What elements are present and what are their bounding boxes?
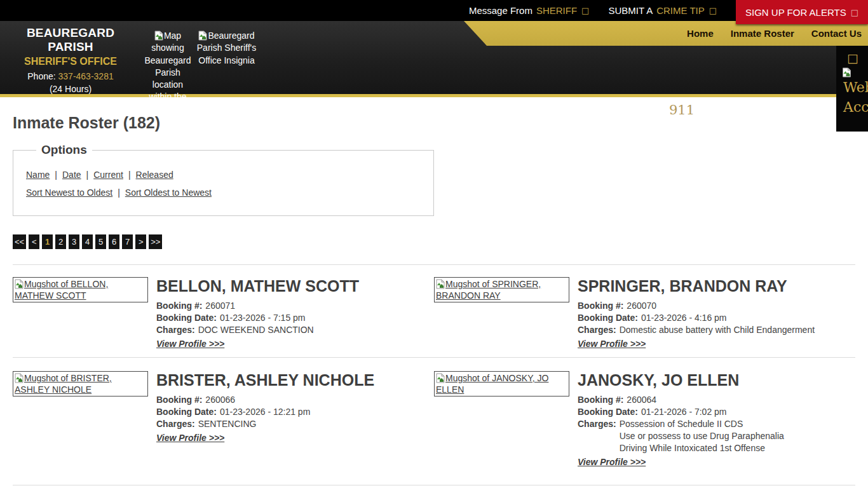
- sort-newest-to-oldest-link[interactable]: Sort Newest to Oldest: [26, 187, 112, 198]
- pagination-first[interactable]: <<: [13, 234, 26, 249]
- crime-tip-label: CRIME TIP: [656, 5, 705, 16]
- parish-map-image-broken: Map showing Beauregard Parish location w…: [142, 30, 193, 97]
- view-profile-link[interactable]: View Profile >>>: [156, 433, 224, 443]
- booking-number-line: Booking #:260070: [578, 300, 855, 312]
- missing-glyph-icon: □: [847, 52, 866, 64]
- booking-number-line: Booking #:260066: [156, 394, 434, 406]
- booking-number-line: Booking #:260071: [156, 300, 434, 312]
- inmate-name: JANOSKY, JO ELLEN: [578, 371, 855, 390]
- pagination-page-2[interactable]: 2: [55, 234, 66, 249]
- pagination-page-1[interactable]: 1: [42, 234, 53, 249]
- view-profile-link[interactable]: View Profile >>>: [156, 339, 224, 349]
- pagination-page-6[interactable]: 6: [109, 234, 119, 249]
- missing-glyph-icon: □: [851, 8, 858, 17]
- separator: |: [128, 170, 131, 180]
- mugshot-alt-text: Mugshot of BELLON, MATHEW SCOTT: [15, 279, 108, 301]
- filter-date-link[interactable]: Date: [62, 170, 81, 180]
- broken-image-icon: [198, 30, 207, 41]
- insignia-image-broken: Beauregard Parish Sheriff's Office Insig…: [195, 30, 258, 67]
- separator: |: [55, 170, 57, 180]
- main-nav: Home Inmate Roster Contact Us: [464, 21, 868, 46]
- booking-date-line: Booking Date:01-23-2026 - 12:21 pm: [156, 406, 434, 418]
- options-legend: Options: [36, 143, 92, 157]
- filter-name-link[interactable]: Name: [26, 170, 50, 180]
- booking-date-line: Booking Date:01-21-2026 - 7:02 pm: [578, 406, 855, 418]
- map-alt-text: Map showing Beauregard Parish location w…: [144, 30, 191, 97]
- options-panel: Options Name|Date|Current|Released Sort …: [13, 143, 434, 216]
- missing-glyph-icon: □: [709, 6, 717, 15]
- accessibility-widget-text-line2: Accessibility: [843, 97, 868, 117]
- inmate-card: Mugshot of JANOSKY, JO ELLEN JANOSKY, JO…: [434, 357, 855, 485]
- filter-released-link[interactable]: Released: [136, 170, 173, 180]
- accessibility-widget[interactable]: □ Web Accessibility: [836, 46, 868, 132]
- mugshot-broken-image[interactable]: Mugshot of JANOSKY, JO ELLEN: [434, 371, 569, 396]
- org-name-line1: BEAUREGARD PARISH: [8, 26, 133, 54]
- message-from-sheriff-link[interactable]: Message From SHERIFF □: [469, 0, 590, 21]
- nav-contact-us[interactable]: Contact Us: [811, 28, 862, 39]
- phone-label: Phone:: [27, 71, 55, 81]
- broken-image-icon: [436, 279, 445, 289]
- inmate-details: BELLON, MATHEW SCOTT Booking #:260071 Bo…: [156, 277, 434, 349]
- submit-crime-tip-link[interactable]: SUBMIT A CRIME TIP □: [608, 0, 717, 21]
- mugshot-broken-image[interactable]: Mugshot of BRISTER, ASHLEY NICHOLE: [13, 371, 148, 396]
- header-gold-rule: [0, 94, 868, 97]
- inmate-card: Mugshot of BELLON, MATHEW SCOTT BELLON, …: [13, 264, 434, 357]
- separator: |: [86, 170, 89, 180]
- sign-up-for-alerts-button[interactable]: SIGN UP FOR ALERTS □: [736, 0, 868, 24]
- view-profile-link[interactable]: View Profile >>>: [578, 457, 646, 467]
- pagination-next[interactable]: >: [135, 234, 146, 249]
- site-brand: BEAUREGARD PARISH SHERIFF'S OFFICE Phone…: [8, 26, 133, 94]
- page-title: Inmate Roster (182): [13, 114, 855, 132]
- inmate-details: SPRINGER, BRANDON RAY Booking #:260070 B…: [578, 277, 855, 349]
- view-profile-link[interactable]: View Profile >>>: [578, 339, 646, 349]
- roster-bottom-divider: [13, 485, 855, 485]
- message-from-label: Message From: [469, 5, 532, 16]
- site-header: BEAUREGARD PARISH SHERIFF'S OFFICE Phone…: [0, 21, 868, 97]
- charges-line: Charges: SENTENCING: [156, 418, 434, 430]
- separator: |: [118, 187, 120, 198]
- inmate-name: BELLON, MATHEW SCOTT: [156, 277, 434, 295]
- pagination-page-7[interactable]: 7: [122, 234, 133, 249]
- mugshot-alt-text: Mugshot of JANOSKY, JO ELLEN: [436, 373, 548, 395]
- pagination-prev[interactable]: <: [29, 234, 39, 249]
- pagination-page-5[interactable]: 5: [95, 234, 106, 249]
- main-content: Inmate Roster (182) Options Name|Date|Cu…: [0, 97, 868, 485]
- inmate-details: JANOSKY, JO ELLEN Booking #:260064 Booki…: [578, 371, 855, 468]
- broken-image-icon: [15, 373, 24, 383]
- inmate-roster-grid: Mugshot of BELLON, MATHEW SCOTT BELLON, …: [13, 264, 855, 485]
- hours-label: (24 Hours): [8, 84, 133, 94]
- nav-home[interactable]: Home: [687, 28, 714, 39]
- booking-date-line: Booking Date:01-23-2026 - 7:15 pm: [156, 312, 434, 324]
- booking-date-line: Booking Date:01-23-2026 - 4:16 pm: [578, 312, 855, 324]
- inmate-name: BRISTER, ASHLEY NICHOLE: [156, 371, 434, 390]
- broken-image-icon: [842, 67, 851, 78]
- org-name-line2: SHERIFF'S OFFICE: [8, 56, 133, 67]
- sort-oldest-to-newest-link[interactable]: Sort Oldest to Newest: [125, 187, 212, 198]
- pagination-page-3[interactable]: 3: [69, 234, 79, 249]
- page: Message From SHERIFF □ SUBMIT A CRIME TI…: [0, 0, 868, 488]
- pagination-last[interactable]: >>: [149, 234, 162, 249]
- charges-line: Charges: Domestic abuse battery with Chi…: [578, 324, 855, 336]
- mugshot-broken-image[interactable]: Mugshot of BELLON, MATHEW SCOTT: [13, 277, 148, 302]
- topbar: Message From SHERIFF □ SUBMIT A CRIME TI…: [0, 0, 868, 21]
- filter-links-row: Name|Date|Current|Released: [26, 170, 433, 180]
- sort-links-row: Sort Newest to Oldest|Sort Oldest to New…: [26, 187, 433, 198]
- inmate-details: BRISTER, ASHLEY NICHOLE Booking #:260066…: [156, 371, 434, 444]
- broken-image-icon: [154, 30, 163, 41]
- inmate-card: Mugshot of SPRINGER, BRANDON RAY SPRINGE…: [434, 264, 855, 357]
- mugshot-broken-image[interactable]: Mugshot of SPRINGER, BRANDON RAY: [434, 277, 569, 302]
- pagination-page-4[interactable]: 4: [82, 234, 93, 249]
- mugshot-alt-text: Mugshot of SPRINGER, BRANDON RAY: [436, 279, 541, 301]
- sheriff-label: SHERIFF: [536, 5, 577, 16]
- inmate-name: SPRINGER, BRANDON RAY: [578, 277, 855, 295]
- phone-line: Phone: 337-463-3281: [8, 71, 133, 81]
- pagination: << < 1 2 3 4 5 6 7 > >>: [13, 234, 855, 249]
- mugshot-alt-text: Mugshot of BRISTER, ASHLEY NICHOLE: [15, 373, 112, 395]
- filter-current-link[interactable]: Current: [93, 170, 123, 180]
- phone-number-link[interactable]: 337-463-3281: [58, 71, 114, 81]
- submit-a-label: SUBMIT A: [608, 5, 653, 16]
- nav-inmate-roster[interactable]: Inmate Roster: [731, 28, 794, 39]
- broken-image-icon: [15, 279, 24, 289]
- charges-line: Charges: Possession of Schedule II CDS U…: [578, 418, 855, 454]
- inmate-card: Mugshot of BRISTER, ASHLEY NICHOLE BRIST…: [13, 357, 434, 485]
